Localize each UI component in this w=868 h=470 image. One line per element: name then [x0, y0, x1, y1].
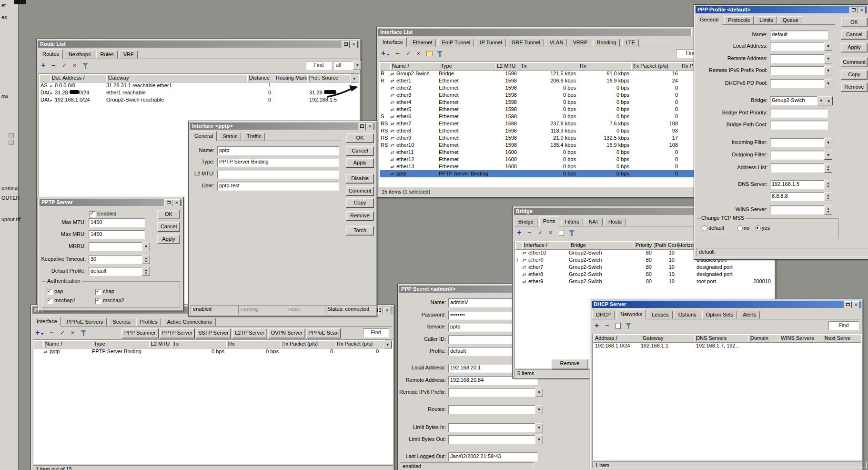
col-distance[interactable]: Distance [247, 74, 276, 82]
remove-button[interactable]: Remove [346, 211, 374, 221]
chevron-down-icon[interactable] [824, 79, 832, 88]
copy-button[interactable]: Copy [346, 198, 374, 208]
col-l2mtu[interactable]: L2 MTU [149, 340, 173, 347]
column-menu-button[interactable] [384, 341, 392, 348]
maximize-button[interactable] [849, 7, 858, 13]
add-remove-entry-buttons[interactable] [824, 163, 832, 173]
interface-row[interactable]: RS ether10 Ethernet 1598 135.4 kbps 15.9… [380, 142, 708, 149]
chevron-down-icon[interactable] [824, 54, 832, 63]
col-rx-packet[interactable]: Rx Packet (p/s) [335, 340, 386, 347]
chevron-up-icon[interactable] [825, 96, 833, 105]
torch-button[interactable]: Torch [346, 226, 374, 235]
column-menu-button[interactable] [350, 75, 358, 82]
filter-icon[interactable] [436, 50, 445, 58]
comment-button[interactable]: Comment [346, 186, 374, 196]
interface-row[interactable]: ether4 Ethernet 1598 0 bps 0 bps 0 [380, 99, 708, 106]
titlebar[interactable]: Interface List [378, 29, 709, 36]
col-next-server[interactable]: Next Serve [823, 335, 863, 342]
add-icon[interactable] [40, 61, 49, 70]
mschap1-checkbox[interactable] [47, 298, 53, 304]
bridge-port-row[interactable]: ether9 Group2-Swich 80 10 root port 2000… [515, 278, 774, 285]
user-field[interactable]: pptp-test [217, 182, 339, 191]
remote-ipv6-prefix-field[interactable] [448, 388, 538, 397]
tab-general[interactable]: General [696, 15, 722, 25]
name-field[interactable]: default [770, 31, 828, 40]
ppp-scanner-button[interactable]: PPP Scanner [121, 328, 159, 338]
titlebar[interactable]: Route List [38, 41, 359, 48]
tab-interface[interactable]: Interface [379, 37, 407, 47]
remove-icon[interactable] [48, 329, 58, 337]
find-box[interactable]: Find [363, 328, 389, 337]
interface-row[interactable]: ether11 Ethernet 1600 0 bps 0 bps 0 [380, 149, 708, 156]
find-box[interactable]: Find [828, 321, 859, 330]
col-pref-source[interactable]: Pref. Source [307, 74, 352, 82]
tcp-mss-yes-radio[interactable] [755, 225, 761, 231]
dns-server-field-1[interactable]: 192.168.1.5 [770, 180, 828, 189]
interface-row[interactable]: ether5 Ethernet 1598 0 bps 0 bps 0 [380, 106, 708, 113]
tab-active-connections[interactable]: Active Connections [163, 318, 215, 326]
col-interface[interactable]: Interface / [522, 242, 571, 249]
filter-icon[interactable] [568, 229, 577, 237]
tab-traffic[interactable]: Traffic [243, 133, 265, 141]
col-routing-mark[interactable]: Routing Mark [274, 74, 310, 82]
close-button[interactable] [172, 199, 181, 206]
chevron-down-icon[interactable] [535, 435, 543, 444]
spinner-buttons[interactable] [142, 255, 150, 264]
chap-checkbox[interactable] [95, 289, 101, 295]
add-remove-entry-buttons[interactable] [824, 205, 832, 215]
max-mtu-field[interactable]: 1450 [89, 218, 145, 227]
ok-button[interactable]: OK [157, 210, 180, 219]
maximize-button[interactable] [342, 41, 350, 48]
disable-icon[interactable] [547, 229, 556, 237]
remove-button[interactable]: Remove [841, 82, 868, 92]
outgoing-filter-field[interactable] [770, 151, 828, 160]
tcp-mss-no-radio[interactable] [737, 225, 743, 231]
profile-dropdown-buttons[interactable] [142, 267, 150, 276]
add-remove-entry-buttons[interactable] [824, 192, 832, 201]
incoming-filter-field[interactable] [770, 138, 828, 147]
enabled-checkbox[interactable] [90, 211, 96, 217]
pptp-server-button[interactable]: PPTP Server [160, 328, 195, 338]
col-gateway[interactable]: Gateway [106, 74, 250, 82]
enable-icon[interactable] [536, 229, 546, 237]
comment-icon[interactable] [425, 50, 435, 58]
tab-dhcp[interactable]: DHCP [592, 311, 615, 319]
col-tx-packet[interactable]: Tx Packet (p/s) [281, 340, 337, 347]
col-wins-servers[interactable]: WINS Servers [779, 335, 825, 342]
tab-pppoe-servers[interactable]: PPPoE Servers [63, 318, 107, 326]
col-gateway[interactable]: Gateway [641, 335, 696, 342]
apply-button[interactable]: Apply [157, 235, 180, 244]
find-box[interactable]: Find [306, 61, 332, 70]
ok-button[interactable]: OK [346, 133, 374, 143]
titlebar[interactable]: Interface <pptp> [190, 123, 375, 130]
tab-option-sets[interactable]: Option Sets [702, 311, 737, 319]
col-type[interactable]: Type [439, 62, 497, 70]
sidebar-item-fragment[interactable]: es [1, 14, 7, 20]
col-rx[interactable]: Rx [226, 340, 283, 347]
enable-icon[interactable] [61, 61, 70, 70]
disable-button[interactable]: Disable [346, 174, 374, 184]
disable-icon[interactable] [415, 50, 424, 58]
chevron-down-icon[interactable] [535, 388, 543, 397]
col-name[interactable]: Name / [43, 340, 94, 347]
maximize-button[interactable] [844, 301, 852, 308]
copy-icon[interactable] [557, 229, 567, 237]
route-row[interactable]: AS 0.0.0.0/0 31.28.31.1 reachable ether1… [40, 82, 359, 89]
disable-icon[interactable] [69, 329, 79, 337]
disable-icon[interactable] [71, 61, 81, 70]
ovpn-server-button[interactable]: OVPN Server [268, 328, 305, 338]
interface-row[interactable]: ether3 Ethernet 1598 0 bps 0 bps 0 [380, 92, 708, 99]
tab-profiles[interactable]: Profiles [136, 318, 161, 326]
col-dns-servers[interactable]: DNS Servers [694, 335, 751, 342]
tab-interface[interactable]: Interface [33, 317, 61, 327]
dhcpv6-pd-pool-field[interactable] [770, 79, 828, 88]
tab-secrets[interactable]: Secrets [109, 318, 134, 326]
ppp-interface-row[interactable]: pptp PPTP Server Binding 0 bps 0 bps 0 0 [34, 348, 392, 355]
tab-eoip-tunnel[interactable]: EoIP Tunnel [438, 39, 474, 47]
tab-rules[interactable]: Rules [96, 51, 117, 59]
chevron-down-icon[interactable] [142, 242, 150, 251]
sidebar-item-fragment[interactable]: erminal [1, 185, 19, 191]
bridge-port-row[interactable]: ether8 Group2-Swich 80 10 designated por… [515, 271, 774, 278]
cancel-button[interactable]: Cancel [346, 146, 374, 156]
remote-ipv6-prefix-pool-field[interactable] [770, 66, 828, 75]
